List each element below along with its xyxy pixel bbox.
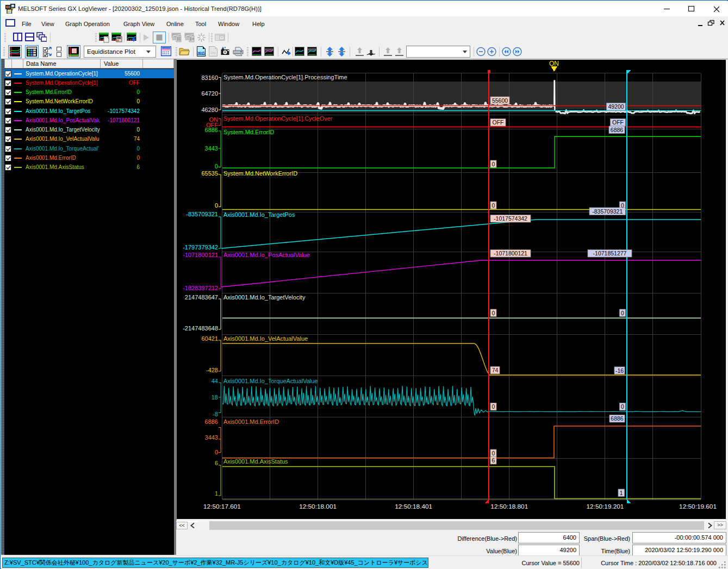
svg-text:-1797379342: -1797379342 [183,244,218,251]
svg-text:6886: 6886 [611,415,624,422]
svg-text:-8: -8 [213,411,218,417]
svg-text:0: 0 [215,163,218,170]
svg-text:-1828397212: -1828397212 [183,285,218,291]
svg-text:0: 0 [492,310,495,316]
svg-text:12:50:18.801: 12:50:18.801 [490,503,528,510]
svg-text:OFF: OFF [493,119,504,126]
svg-text:-1071851277: -1071851277 [593,250,627,257]
svg-text:83160: 83160 [201,74,218,81]
svg-text:3443: 3443 [205,145,218,152]
svg-text:12:50:19.201: 12:50:19.201 [587,503,624,510]
svg-text:System.Md.NetWorkErrorID: System.Md.NetWorkErrorID [223,170,297,177]
svg-text:49200: 49200 [608,103,624,110]
svg-text:1: 1 [620,490,623,496]
svg-text:0: 0 [621,403,624,410]
svg-text:12:50:18.401: 12:50:18.401 [395,503,432,510]
svg-text:6: 6 [215,460,218,466]
svg-text:1: 1 [215,490,218,497]
svg-text:3443: 3443 [205,434,218,441]
svg-text:0: 0 [492,403,495,410]
svg-text:12:50:18.001: 12:50:18.001 [299,503,337,510]
svg-text:Axis0001.Md.Io_TargetVelocity: Axis0001.Md.Io_TargetVelocity [223,294,306,301]
svg-text:CSV: CSV [197,51,205,55]
svg-text:System.Md.OperationCycle[1].Cy: System.Md.OperationCycle[1].CycleOver [223,115,333,122]
svg-text:0: 0 [215,202,218,209]
svg-text:Axis0001.Md.Io_PosActualValue: Axis0001.Md.Io_PosActualValue [223,252,310,258]
svg-text:Axis0001.Md.AxisStatus: Axis0001.Md.AxisStatus [223,458,288,465]
svg-text:-1017574342: -1017574342 [494,215,527,222]
svg-text:0: 0 [215,449,218,455]
svg-text:6: 6 [492,457,495,464]
svg-text:-428: -428 [206,367,218,373]
svg-text:Axis0001.Md.Io_VelActualValue: Axis0001.Md.Io_VelActualValue [223,335,308,342]
svg-text:44: 44 [211,378,218,384]
svg-text:-2147483648: -2147483648 [183,325,218,332]
svg-text:System.Md.OperationCycle[1].Pr: System.Md.OperationCycle[1].ProcessingTi… [223,74,347,80]
svg-text:12:50:17.601: 12:50:17.601 [203,503,241,510]
svg-text:Axis0001.Md.Io_TorqueActualVal: Axis0001.Md.Io_TorqueActualValue [223,378,318,384]
svg-text:6886: 6886 [205,418,218,425]
svg-text:64720: 64720 [201,90,218,97]
svg-text:-835709321: -835709321 [186,211,218,217]
svg-text:System.Md.ErrorID: System.Md.ErrorID [223,129,275,135]
svg-text:-1071800121: -1071800121 [494,250,527,257]
svg-text:0: 0 [492,161,495,167]
svg-text:OFF: OFF [612,119,624,126]
svg-text:60421: 60421 [201,335,218,342]
svg-text:18: 18 [211,394,218,401]
svg-text:46280: 46280 [201,107,218,113]
svg-text:6886: 6886 [611,127,624,133]
svg-text:ON: ON [549,60,559,67]
svg-text:2147483647: 2147483647 [185,294,218,301]
svg-text:0: 0 [621,310,624,316]
svg-text:-16: -16 [615,367,624,374]
svg-text:-835709321: -835709321 [592,208,623,215]
svg-text:-1071800121: -1071800121 [183,252,218,258]
svg-text:Uni: Uni [210,51,215,54]
svg-text:Axis0001.Md.Io_TargetPos: Axis0001.Md.Io_TargetPos [223,211,295,218]
svg-text:Axis0001.Md.ErrorID: Axis0001.Md.ErrorID [223,418,279,425]
svg-text:65535: 65535 [201,170,218,177]
svg-text:0: 0 [492,450,495,457]
svg-text:12:50:19.601: 12:50:19.601 [679,503,717,510]
svg-text:6886: 6886 [205,127,218,133]
svg-text:55600: 55600 [492,97,508,104]
svg-text:0: 0 [492,202,495,209]
svg-text:74: 74 [492,367,499,373]
